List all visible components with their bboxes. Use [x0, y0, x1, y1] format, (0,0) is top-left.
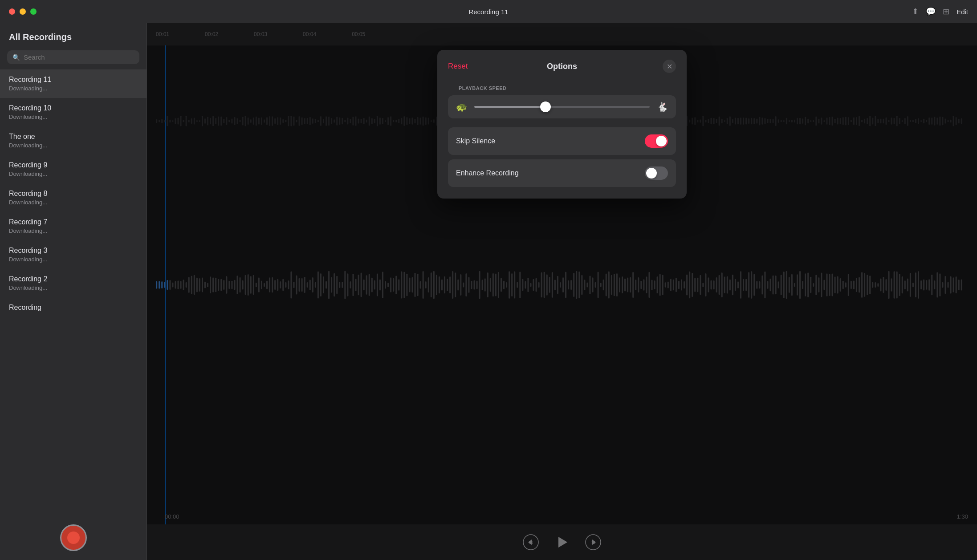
recording-name: Recording 8 [9, 190, 138, 198]
speed-slider[interactable] [474, 106, 650, 108]
skip-silence-row: Skip Silence [448, 127, 676, 155]
recording-item[interactable]: Recording 9 Downloading... [0, 155, 147, 183]
close-modal-button[interactable]: ✕ [663, 60, 676, 73]
sidebar: All Recordings 🔍 Recording 11 Downloadin… [0, 23, 147, 560]
share-icon[interactable]: ⬆ [912, 7, 919, 16]
main-content: 00:0100:0200:0300:0400:05 00:00 1:30 15 [147, 23, 977, 560]
sidebar-bottom [0, 515, 147, 560]
recording-name: Recording 7 [9, 218, 138, 226]
window-controls [9, 8, 37, 15]
slow-speed-icon: 🐢 [456, 101, 467, 112]
reset-button[interactable]: Reset [448, 62, 468, 71]
recording-status: Downloading... [9, 199, 138, 206]
close-modal-icon: ✕ [667, 62, 672, 71]
enhance-recording-row: Enhance Recording [448, 159, 676, 187]
close-button[interactable] [9, 8, 15, 15]
playback-speed-label: PLAYBACK SPEED [448, 85, 676, 95]
recording-name: Recording 10 [9, 104, 138, 112]
recording-status: Downloading... [9, 170, 138, 177]
edit-button[interactable]: Edit [957, 8, 968, 16]
search-input[interactable] [24, 53, 134, 61]
options-modal: Reset Options ✕ PLAYBACK SPEED 🐢 🐇 [437, 50, 687, 199]
window-title: Recording 11 [468, 8, 508, 16]
recording-item[interactable]: Recording 10 Downloading... [0, 98, 147, 126]
recording-item[interactable]: Recording 3 Downloading... [0, 240, 147, 269]
enhance-recording-toggle[interactable] [645, 166, 668, 180]
playback-speed-section: PLAYBACK SPEED 🐢 🐇 [437, 81, 687, 127]
skip-silence-toggle[interactable] [645, 134, 668, 148]
recording-status: Downloading... [9, 227, 138, 234]
recording-item[interactable]: Recording 2 Downloading... [0, 269, 147, 297]
sidebar-header: All Recordings [0, 23, 147, 47]
main-layout: All Recordings 🔍 Recording 11 Downloadin… [0, 23, 977, 560]
modal-title: Options [547, 62, 577, 71]
speed-slider-row: 🐢 🐇 [448, 95, 676, 118]
skip-silence-thumb [656, 136, 667, 146]
search-container: 🔍 [0, 47, 147, 69]
search-icon: 🔍 [12, 54, 20, 61]
recording-name: Recording 3 [9, 247, 138, 255]
recording-name: The one [9, 133, 138, 141]
recording-item[interactable]: Recording 7 Downloading... [0, 212, 147, 240]
recording-name: Recording 2 [9, 275, 138, 283]
recording-name: Recording [9, 304, 138, 312]
recording-list: Recording 11 Downloading... Recording 10… [0, 69, 147, 515]
enhance-recording-label: Enhance Recording [456, 169, 519, 177]
recording-name: Recording 9 [9, 161, 138, 169]
recording-name: Recording 11 [9, 76, 138, 84]
recording-item[interactable]: Recording 8 Downloading... [0, 183, 147, 212]
skip-silence-label: Skip Silence [456, 137, 495, 145]
recording-status: Downloading... [9, 114, 138, 120]
recording-status: Downloading... [9, 256, 138, 263]
minimize-button[interactable] [20, 8, 26, 15]
title-bar-actions: ⬆ 💬 ⊞ Edit [912, 7, 968, 16]
recording-item[interactable]: Recording 11 Downloading... [0, 69, 147, 98]
recording-item[interactable]: The one Downloading... [0, 126, 147, 155]
recording-status: Downloading... [9, 284, 138, 291]
search-input-wrap[interactable]: 🔍 [7, 50, 139, 64]
modal-header: Reset Options ✕ [437, 50, 687, 81]
recording-item[interactable]: Recording [0, 297, 147, 319]
layout-icon[interactable]: ⊞ [943, 7, 949, 16]
record-button-inner [67, 532, 80, 544]
enhance-recording-thumb [646, 168, 657, 179]
fast-speed-icon: 🐇 [657, 101, 668, 112]
modal-overlay[interactable]: Reset Options ✕ PLAYBACK SPEED 🐢 🐇 [147, 23, 977, 560]
title-bar: Recording 11 ⬆ 💬 ⊞ Edit [0, 0, 977, 23]
record-button[interactable] [60, 524, 87, 551]
recording-status: Downloading... [9, 142, 138, 149]
toggle-section: Skip Silence Enhance Recording [437, 127, 687, 199]
recording-status: Downloading... [9, 85, 138, 92]
maximize-button[interactable] [30, 8, 37, 15]
transcript-icon[interactable]: 💬 [926, 7, 936, 16]
